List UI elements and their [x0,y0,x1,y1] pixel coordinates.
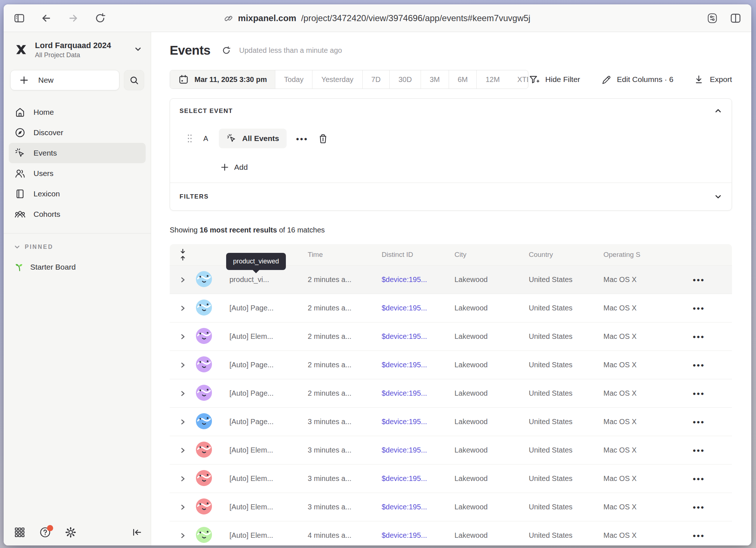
row-more-button[interactable]: ●●● [684,362,732,368]
browser-window: mixpanel.com/project/3472420/view/397469… [4,4,751,545]
hide-filter-button[interactable]: Hide Filter [528,74,580,85]
cell-city: Lakewood [454,275,529,284]
cell-distinct-id[interactable]: $device:195... [382,418,454,426]
row-more-button[interactable]: ●●● [684,390,732,396]
cell-event-name: [Auto] Elem... [229,503,308,511]
sidebar-item-home[interactable]: Home [9,102,146,122]
row-more-button[interactable]: ●●● [684,277,732,283]
add-label: Add [234,163,248,172]
date-picker-label: Mar 11, 2025 3:30 pm [194,75,267,84]
range-3m[interactable]: 3M [421,70,449,89]
range-12m[interactable]: 12M [477,70,508,89]
row-expand-chevron-icon[interactable] [170,532,196,539]
sidebar-item-starter-board[interactable]: Starter Board [15,262,151,272]
row-more-button[interactable]: ●●● [684,447,732,453]
help-icon[interactable] [39,527,51,538]
project-switcher[interactable]: Lord Farquaad 2024 All Project Data [13,41,142,59]
customize-controls-icon[interactable] [706,12,718,24]
range-yesterday[interactable]: Yesterday [312,70,362,89]
settings-gear-icon[interactable] [65,527,76,538]
chevron-up-icon[interactable] [714,107,722,116]
cell-distinct-id[interactable]: $device:195... [382,389,454,398]
edit-columns-button[interactable]: Edit Columns · 6 [601,74,673,85]
drag-handle-icon[interactable] [187,134,193,143]
row-expand-chevron-icon[interactable] [170,390,196,397]
refresh-icon[interactable] [221,46,231,55]
cell-distinct-id[interactable]: $device:195... [382,531,454,540]
row-more-button[interactable]: ●●● [684,333,732,340]
reload-icon[interactable] [94,12,106,24]
url-bar[interactable]: mixpanel.com/project/3472420/view/397469… [225,13,531,23]
browser-toolbar: mixpanel.com/project/3472420/view/397469… [4,4,751,32]
sidebar-item-users[interactable]: Users [9,163,146,184]
row-more-button[interactable]: ●●● [684,419,732,425]
row-expand-chevron-icon[interactable] [170,333,196,340]
date-range-control: Mar 11, 2025 3:30 pm TodayYesterday7D30D… [170,70,528,89]
row-more-button[interactable]: ●●● [684,475,732,482]
table-row[interactable]: [Auto] Page...2 minutes a...$device:195.… [170,351,732,379]
event-avatar-icon [196,367,212,373]
row-expand-chevron-icon[interactable] [170,362,196,368]
search-button[interactable] [124,70,144,90]
cell-country: United States [529,361,603,369]
event-more-button[interactable]: ●●● [296,136,308,142]
table-row[interactable]: [Auto] Page...2 minutes a...$device:195.… [170,379,732,407]
range-today[interactable]: Today [275,70,312,89]
forward-icon[interactable] [67,12,79,24]
row-expand-chevron-icon[interactable] [170,447,196,454]
cell-country: United States [529,304,603,312]
table-row[interactable]: [Auto] Elem...3 minutes a...$device:195.… [170,493,732,521]
collapse-sidebar-icon[interactable] [131,527,143,538]
add-event-button[interactable]: Add [220,163,722,172]
event-row-A: A All Events ●●● [187,129,722,148]
table-row[interactable]: [Auto] Elem...3 minutes a...$device:195.… [170,436,732,464]
range-xtd[interactable]: XTD [508,70,528,89]
row-expand-chevron-icon[interactable] [170,419,196,425]
sort-time-icon[interactable] [170,248,196,261]
row-expand-chevron-icon[interactable] [170,504,196,510]
apps-grid-icon[interactable] [14,527,25,538]
filters-section[interactable]: FILTERS [170,183,732,210]
pinned-section-header[interactable]: PINNED [14,244,151,250]
sidebar-toggle-icon[interactable] [13,12,25,24]
cell-distinct-id[interactable]: $device:195... [382,474,454,483]
export-button[interactable]: Export [694,74,732,85]
row-more-button[interactable]: ●●● [684,532,732,539]
table-row[interactable]: [Auto] Page...3 minutes a...$device:195.… [170,407,732,436]
row-more-button[interactable]: ●●● [684,504,732,510]
search-icon [129,75,139,85]
event-selector-button[interactable]: All Events [219,129,287,148]
new-button[interactable]: New [10,70,119,90]
cell-distinct-id[interactable]: $device:195... [382,361,454,369]
sidebar-item-events[interactable]: Events [9,143,146,163]
date-picker-button[interactable]: Mar 11, 2025 3:30 pm [170,70,275,89]
cell-distinct-id[interactable]: $device:195... [382,332,454,341]
table-row[interactable]: [Auto] Elem...3 minutes a...$device:195.… [170,464,732,493]
cell-distinct-id[interactable]: $device:195... [382,446,454,454]
table-row[interactable]: [Auto] Elem...4 minutes a...$device:195.… [170,521,732,545]
sidebar-item-cohorts[interactable]: Cohorts [9,204,146,224]
sidebar-footer [14,527,143,538]
back-icon[interactable] [40,12,52,24]
split-view-icon[interactable] [729,12,742,24]
table-row[interactable]: [Auto] Page...2 minutes a...$device:195.… [170,294,732,322]
discover-icon [15,127,25,138]
sidebar-item-lexicon[interactable]: Lexicon [9,184,146,204]
sprout-icon [15,262,25,272]
desktop-background: mixpanel.com/project/3472420/view/397469… [0,0,756,548]
sidebar-nav: HomeDiscoverEventsUsersLexiconCohorts [4,102,151,224]
row-expand-chevron-icon[interactable] [170,475,196,482]
row-expand-chevron-icon[interactable] [170,305,196,312]
row-expand-chevron-icon[interactable] [170,277,196,283]
row-more-button[interactable]: ●●● [684,305,732,311]
cell-os: Mac OS X [603,389,684,398]
sidebar-item-discover[interactable]: Discover [9,122,146,143]
range-7d[interactable]: 7D [363,70,390,89]
table-row[interactable]: [Auto] Elem...2 minutes a...$device:195.… [170,322,732,351]
range-6m[interactable]: 6M [449,70,477,89]
cell-distinct-id[interactable]: $device:195... [382,304,454,312]
trash-icon[interactable] [318,133,328,144]
cell-distinct-id[interactable]: $device:195... [382,503,454,511]
range-30d[interactable]: 30D [390,70,421,89]
cell-distinct-id[interactable]: $device:195... [382,275,454,284]
